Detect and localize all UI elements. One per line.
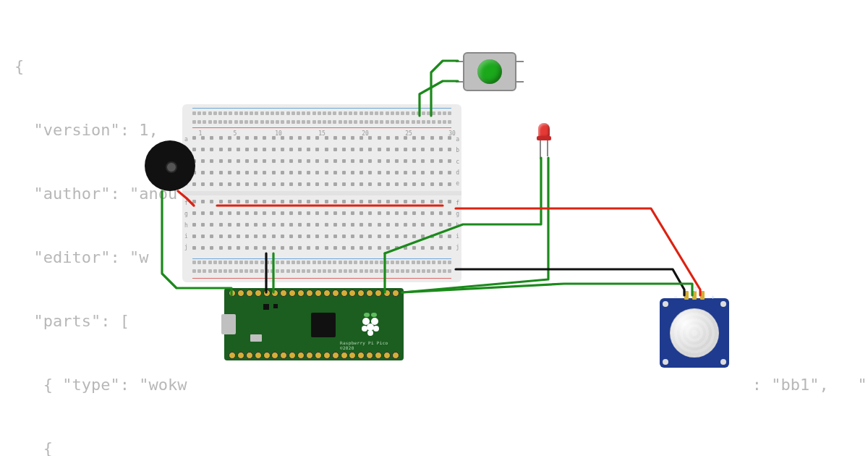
pir-pin-label-gnd: − xyxy=(674,294,678,300)
breadboard-power-rail-bottom[interactable] xyxy=(192,261,451,276)
led-bulb xyxy=(538,123,550,138)
pico-pinrow-bottom[interactable] xyxy=(229,352,399,359)
pir-dome xyxy=(670,308,719,358)
breadboard-field-top[interactable] xyxy=(192,136,451,187)
pico-usb xyxy=(221,314,236,334)
buzzer[interactable] xyxy=(145,140,195,191)
pico-rp2040-chip xyxy=(311,313,336,337)
canvas: { "version": 1, "author": "anou "editor"… xyxy=(0,0,868,456)
svg-point-2 xyxy=(367,324,374,331)
pushbutton-green[interactable] xyxy=(463,52,516,91)
rail-row xyxy=(192,261,451,266)
breadboard-field-bottom[interactable] xyxy=(192,200,451,250)
row-letters: abcde xyxy=(456,136,459,187)
raspberry-pi-pico[interactable]: Raspberry Pi Pico ©2020 xyxy=(224,288,404,360)
svg-point-3 xyxy=(362,326,367,332)
pir-motion-sensor[interactable]: − D + xyxy=(660,298,729,368)
pushbutton-cap[interactable] xyxy=(477,59,502,84)
svg-point-4 xyxy=(373,326,379,332)
pico-bootsel-button[interactable] xyxy=(250,334,262,342)
svg-point-5 xyxy=(367,330,373,336)
pir-pin-label-data: D xyxy=(694,287,698,293)
led-red[interactable] xyxy=(535,123,553,155)
svg-point-1 xyxy=(371,318,378,325)
pir-pin-label-vcc: + xyxy=(711,294,715,300)
svg-point-7 xyxy=(371,313,377,317)
led-cathode[interactable] xyxy=(547,140,548,156)
row-letters: fghij xyxy=(184,200,188,250)
svg-point-0 xyxy=(362,318,370,325)
raspberry-logo-icon xyxy=(356,310,385,339)
pico-silk-text: Raspberry Pi Pico ©2020 xyxy=(340,340,404,350)
rail-row xyxy=(192,269,451,275)
pico-pinrow-top[interactable] xyxy=(229,290,399,297)
breadboard-power-rail-top[interactable] xyxy=(192,110,451,126)
breadboard-center-gap xyxy=(182,191,461,195)
rail-row xyxy=(192,120,451,126)
led-anode[interactable] xyxy=(540,140,541,159)
svg-point-6 xyxy=(364,313,370,317)
rail-row xyxy=(192,111,451,117)
breadboard[interactable]: 151015202530 abcde abcde fghij fghij xyxy=(182,104,461,282)
row-letters: fghij xyxy=(456,200,459,250)
